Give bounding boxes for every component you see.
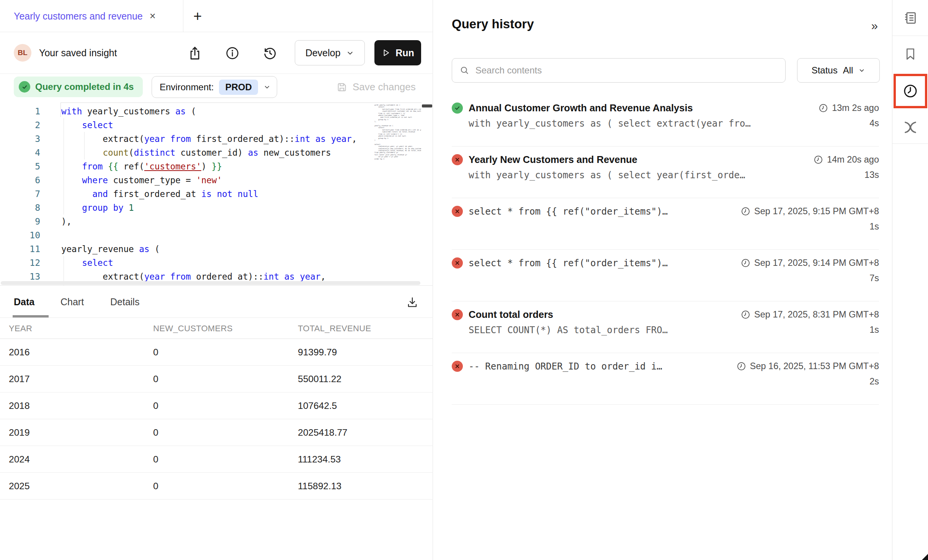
- query-status-badge: Query completed in 4s: [14, 77, 143, 97]
- results-table: YEARNEW_CUSTOMERSTOTAL_REVENUE 201609139…: [0, 318, 433, 500]
- column-header: YEAR: [0, 324, 144, 334]
- history-item-duration: 4s: [869, 118, 879, 129]
- table-cell: 111234.53: [289, 454, 433, 465]
- history-item-title: Yearly New Customers and Revenue: [469, 154, 637, 165]
- run-label: Run: [395, 47, 414, 59]
- history-item[interactable]: select * from {{ ref("order_items")…Sep …: [452, 198, 879, 250]
- query-history-panel: Query history » Status All Annual Custom…: [433, 0, 892, 560]
- code-text: from {{ ref('customers') }}: [61, 160, 222, 173]
- code-line[interactable]: 11yearly_revenue as (: [0, 242, 374, 256]
- tab-data[interactable]: Data: [14, 286, 34, 318]
- history-item-duration: 1s: [869, 221, 879, 232]
- code-line[interactable]: 10: [0, 228, 374, 242]
- results-tab-bar: Data Chart Details: [0, 285, 433, 318]
- download-results-button[interactable]: [405, 295, 420, 309]
- table-cell: 2025418.77: [289, 427, 433, 438]
- line-number: 3: [0, 132, 40, 146]
- line-number: 4: [0, 146, 40, 160]
- develop-dropdown[interactable]: Develop: [295, 40, 365, 65]
- code-line[interactable]: 6 where customer_type = 'new': [0, 173, 374, 187]
- indent-guide: [64, 118, 64, 215]
- code-line[interactable]: 9),: [0, 215, 374, 228]
- table-row[interactable]: 20180107642.5: [0, 392, 433, 419]
- chevron-down-icon: [858, 67, 865, 74]
- code-line[interactable]: 7 and first_ordered_at is not null: [0, 187, 374, 201]
- tab-bar: Yearly customers and revenue × +: [0, 0, 433, 32]
- code-text: select: [61, 118, 113, 132]
- collapse-icon: »: [871, 19, 877, 33]
- environment-value: PROD: [219, 80, 258, 95]
- journal-icon: [903, 10, 918, 26]
- notebook-panel-button[interactable]: [892, 7, 928, 29]
- code-area[interactable]: 1with yearly_customers as (2 select3 ext…: [0, 104, 374, 283]
- sql-editor[interactable]: 1with yearly_customers as (2 select3 ext…: [0, 103, 433, 285]
- history-item-title: Count total orders: [469, 309, 553, 320]
- save-changes-button[interactable]: Save changes: [336, 76, 416, 98]
- share-button[interactable]: [187, 45, 203, 61]
- history-item-query-title: select * from {{ ref("order_items")…: [469, 206, 668, 217]
- active-tab-underline: [13, 315, 49, 317]
- table-cell: 115892.13: [289, 481, 433, 492]
- history-item-query-title: -- Renaming ORDER_ID to order_id i…: [469, 361, 662, 372]
- clock-icon: [741, 207, 750, 216]
- clock-icon: [902, 83, 918, 99]
- tab-yearly-customers[interactable]: Yearly customers and revenue ×: [14, 0, 156, 32]
- code-line[interactable]: 5 from {{ ref('customers') }}: [0, 160, 374, 173]
- tab-details[interactable]: Details: [110, 286, 139, 318]
- table-cell: 91399.79: [289, 347, 433, 358]
- editor-horizontal-scrollbar[interactable]: [1, 281, 420, 285]
- editor-minimap[interactable]: with yearly_customers as ( select extrac…: [374, 104, 421, 281]
- history-item-duration: 7s: [869, 273, 879, 283]
- bookmark-icon: [903, 47, 918, 61]
- indent-guide: [84, 132, 85, 160]
- status-filter-dropdown[interactable]: Status All: [797, 58, 880, 83]
- code-line[interactable]: 12 select: [0, 256, 374, 270]
- right-icon-rail: [892, 0, 928, 560]
- code-line[interactable]: 2 select: [0, 118, 374, 132]
- table-row[interactable]: 20170550011.22: [0, 366, 433, 392]
- search-input[interactable]: [475, 65, 778, 76]
- code-line[interactable]: 1with yearly_customers as (: [0, 104, 374, 118]
- run-button[interactable]: Run: [374, 40, 421, 65]
- code-text: and first_ordered_at is not null: [61, 187, 258, 201]
- collapse-panel-button[interactable]: »: [871, 19, 877, 33]
- table-cell: 2017: [0, 374, 144, 384]
- new-tab-button[interactable]: +: [188, 0, 207, 32]
- error-status-icon: [452, 154, 463, 165]
- error-status-icon: [452, 309, 463, 320]
- check-icon: [19, 81, 30, 93]
- editor-scrollbar-thumb[interactable]: [422, 104, 432, 107]
- history-search[interactable]: [452, 58, 786, 83]
- table-row[interactable]: 2016091399.79: [0, 339, 433, 366]
- code-line[interactable]: 3 extract(year from first_ordered_at)::i…: [0, 132, 374, 146]
- history-item[interactable]: Yearly New Customers and Revenue14m 20s …: [452, 147, 879, 198]
- table-cell: 2025: [0, 481, 144, 492]
- history-item[interactable]: -- Renaming ORDER_ID to order_id i…Sep 1…: [452, 353, 879, 405]
- query-history-panel-button[interactable]: [894, 74, 927, 108]
- history-item[interactable]: select * from {{ ref("order_items")…Sep …: [452, 250, 879, 301]
- history-item[interactable]: Annual Customer Growth and Revenue Analy…: [452, 95, 879, 147]
- close-icon[interactable]: ×: [150, 11, 156, 21]
- code-text: group by 1: [61, 201, 134, 215]
- table-cell: 0: [144, 454, 289, 465]
- column-header: TOTAL_REVENUE: [289, 324, 433, 334]
- history-item[interactable]: Count total ordersSep 17, 2025, 8:31 PM …: [452, 301, 879, 353]
- table-cell: 0: [144, 427, 289, 438]
- history-item-query-preview: with yearly_customers as ( select extrac…: [469, 118, 751, 129]
- line-number: 7: [0, 187, 40, 201]
- tab-title: Yearly customers and revenue: [14, 11, 143, 22]
- page-title: Query history: [452, 17, 534, 31]
- code-line[interactable]: 8 group by 1: [0, 201, 374, 215]
- info-icon: [225, 46, 240, 61]
- model-explorer-button[interactable]: [892, 116, 928, 139]
- code-line[interactable]: 4 count(distinct customer_id) as new_cus…: [0, 146, 374, 160]
- tab-chart[interactable]: Chart: [60, 286, 84, 318]
- environment-selector[interactable]: Environment: PROD: [152, 76, 277, 98]
- table-cell: 0: [144, 481, 289, 492]
- table-row[interactable]: 20240111234.53: [0, 446, 433, 473]
- info-button[interactable]: [224, 45, 240, 61]
- table-row[interactable]: 20250115892.13: [0, 473, 433, 500]
- bookmarks-panel-button[interactable]: [892, 43, 928, 65]
- version-history-button[interactable]: [262, 45, 278, 61]
- table-row[interactable]: 201902025418.77: [0, 419, 433, 446]
